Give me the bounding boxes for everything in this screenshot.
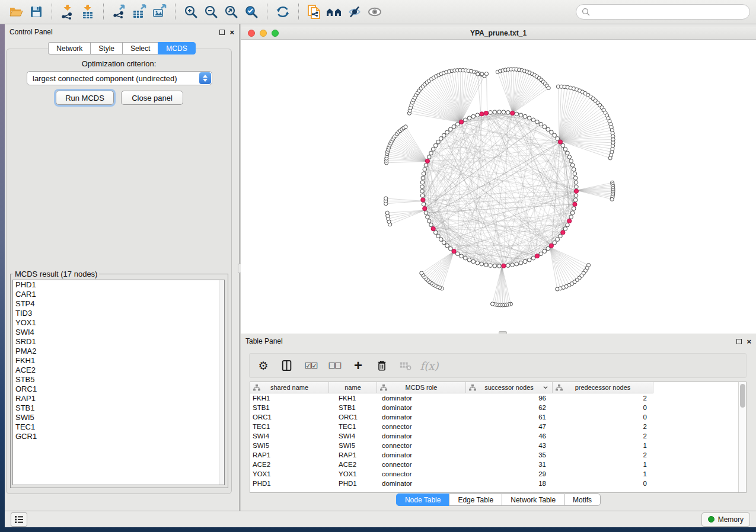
column-header-successor-nodes[interactable]: successor nodes xyxy=(466,382,553,393)
table-cell[interactable]: 1 xyxy=(553,470,653,477)
tab-style[interactable]: Style xyxy=(90,42,122,55)
show-columns-icon[interactable] xyxy=(279,358,295,373)
export-network-icon[interactable] xyxy=(109,3,129,21)
tab-node-table[interactable]: Node Table xyxy=(396,493,449,506)
select-all-columns-icon[interactable]: ☑☑ xyxy=(303,358,318,373)
show-all-icon[interactable] xyxy=(365,3,385,21)
table-cell[interactable]: ORC1 xyxy=(329,414,377,421)
table-row[interactable]: SWI4SWI4dominator462 xyxy=(250,431,746,441)
table-cell[interactable]: YOX1 xyxy=(329,470,377,477)
table-cell[interactable]: 96 xyxy=(466,395,553,402)
table-cell[interactable]: 0 xyxy=(553,404,653,411)
mcds-result-item[interactable]: SWI4 xyxy=(13,328,224,337)
network-graph[interactable] xyxy=(241,40,756,334)
import-network-icon[interactable] xyxy=(58,3,78,21)
table-cell[interactable]: 2 xyxy=(553,432,653,440)
table-cell[interactable]: dominator xyxy=(377,480,466,487)
close-panel-button[interactable]: Close panel xyxy=(121,91,183,105)
tab-select[interactable]: Select xyxy=(122,42,158,55)
select-stepper-icon[interactable] xyxy=(199,72,211,84)
clone-network-icon[interactable] xyxy=(304,3,324,21)
delete-column-icon[interactable] xyxy=(374,358,390,373)
task-history-button[interactable] xyxy=(11,512,27,527)
mcds-result-item[interactable]: RAP1 xyxy=(13,394,224,403)
table-cell[interactable]: RAP1 xyxy=(329,451,377,459)
table-row[interactable]: SWI5SWI5connector431 xyxy=(250,441,746,450)
mcds-result-list[interactable]: PHD1CAR1STP4TID3YOX1SWI4SRD1PMA2FKH1ACE2… xyxy=(12,280,225,485)
table-cell[interactable]: YOX1 xyxy=(250,470,329,477)
tab-motifs[interactable]: Motifs xyxy=(564,493,601,506)
table-cell[interactable]: connector xyxy=(377,423,466,430)
table-scrollbar-thumb[interactable] xyxy=(740,384,745,408)
table-cell[interactable]: ACE2 xyxy=(250,461,329,468)
export-table-icon[interactable] xyxy=(129,3,149,21)
mcds-list-scrollbar[interactable] xyxy=(219,280,224,485)
table-cell[interactable]: SWI5 xyxy=(329,442,377,449)
mcds-result-item[interactable]: PMA2 xyxy=(13,347,224,356)
mcds-result-item[interactable]: STB1 xyxy=(13,403,224,413)
mcds-result-item[interactable]: ACE2 xyxy=(13,366,224,375)
settings-gear-icon[interactable]: ⚙ xyxy=(256,358,271,373)
network-titlebar[interactable]: YPA_prune.txt_1 xyxy=(241,27,756,40)
zoom-fit-icon[interactable] xyxy=(221,3,241,21)
run-mcds-button[interactable]: Run MCDS xyxy=(56,91,114,105)
mcds-result-item[interactable]: FKH1 xyxy=(13,356,224,366)
mcds-result-item[interactable]: ORC1 xyxy=(13,384,224,394)
table-cell[interactable]: SWI4 xyxy=(250,432,329,440)
table-cell[interactable]: 47 xyxy=(466,423,553,430)
table-row[interactable]: ORC1ORC1dominator610 xyxy=(250,412,746,422)
tab-network[interactable]: Network xyxy=(48,42,90,55)
table-cell[interactable]: 31 xyxy=(466,461,553,468)
table-cell[interactable]: 35 xyxy=(466,451,553,459)
table-cell[interactable]: SWI5 xyxy=(250,442,329,449)
table-cell[interactable]: 29 xyxy=(466,470,553,477)
table-row[interactable]: PHD1PHD1dominator180 xyxy=(250,479,746,488)
table-cell[interactable]: TEC1 xyxy=(329,423,377,430)
table-row[interactable]: TEC1TEC1connector472 xyxy=(250,422,746,431)
table-cell[interactable]: 18 xyxy=(466,480,553,487)
close-panel-icon[interactable]: × xyxy=(747,339,751,344)
mcds-result-item[interactable]: TEC1 xyxy=(13,422,224,432)
table-cell[interactable]: 43 xyxy=(466,442,553,449)
tab-mcds[interactable]: MCDS xyxy=(158,42,195,55)
mcds-result-item[interactable]: PHD1 xyxy=(13,280,224,290)
tab-network-table[interactable]: Network Table xyxy=(502,493,564,506)
table-cell[interactable]: 46 xyxy=(466,432,553,440)
table-cell[interactable]: connector xyxy=(377,442,466,449)
table-cell[interactable]: FKH1 xyxy=(250,395,329,402)
mcds-result-item[interactable]: YOX1 xyxy=(13,318,224,328)
table-cell[interactable]: dominator xyxy=(377,404,466,411)
table-cell[interactable]: connector xyxy=(377,461,466,468)
float-panel-icon[interactable] xyxy=(736,339,742,344)
tab-edge-table[interactable]: Edge Table xyxy=(449,493,502,506)
memory-button[interactable]: Memory xyxy=(701,512,750,527)
table-cell[interactable]: 1 xyxy=(553,461,653,468)
table-cell[interactable]: ORC1 xyxy=(250,414,329,421)
table-cell[interactable]: ACE2 xyxy=(329,461,377,468)
table-row[interactable]: RAP1RAP1dominator352 xyxy=(250,450,746,460)
table-cell[interactable]: STB1 xyxy=(329,404,377,411)
table-cell[interactable]: 1 xyxy=(553,442,653,449)
zoom-in-icon[interactable] xyxy=(181,3,201,21)
table-row[interactable]: STB1STB1dominator620 xyxy=(250,403,746,412)
first-neighbors-icon[interactable] xyxy=(324,3,344,21)
node-table[interactable]: shared namenameMCDS rolesuccessor nodesp… xyxy=(250,382,747,493)
table-cell[interactable]: 0 xyxy=(553,480,653,487)
table-cell[interactable]: PHD1 xyxy=(329,480,377,487)
table-cell[interactable]: TEC1 xyxy=(250,423,329,430)
table-cell[interactable]: 0 xyxy=(553,414,653,421)
zoom-selected-icon[interactable] xyxy=(241,3,261,21)
table-cell[interactable]: dominator xyxy=(377,451,466,459)
column-header-MCDS-role[interactable]: MCDS role xyxy=(377,382,466,393)
deselect-all-columns-icon[interactable]: ☐☐ xyxy=(327,358,342,373)
criterion-select[interactable]: largest connected component (undirected) xyxy=(27,71,212,85)
table-cell[interactable]: connector xyxy=(377,470,466,477)
table-cell[interactable]: dominator xyxy=(377,414,466,421)
table-cell[interactable]: RAP1 xyxy=(250,451,329,459)
table-cell[interactable]: 2 xyxy=(553,423,653,430)
table-cell[interactable]: FKH1 xyxy=(329,395,377,402)
export-image-icon[interactable] xyxy=(149,3,170,21)
mcds-result-item[interactable]: GCR1 xyxy=(13,432,224,441)
hide-selected-icon[interactable] xyxy=(344,3,365,21)
search-input[interactable] xyxy=(593,8,744,16)
